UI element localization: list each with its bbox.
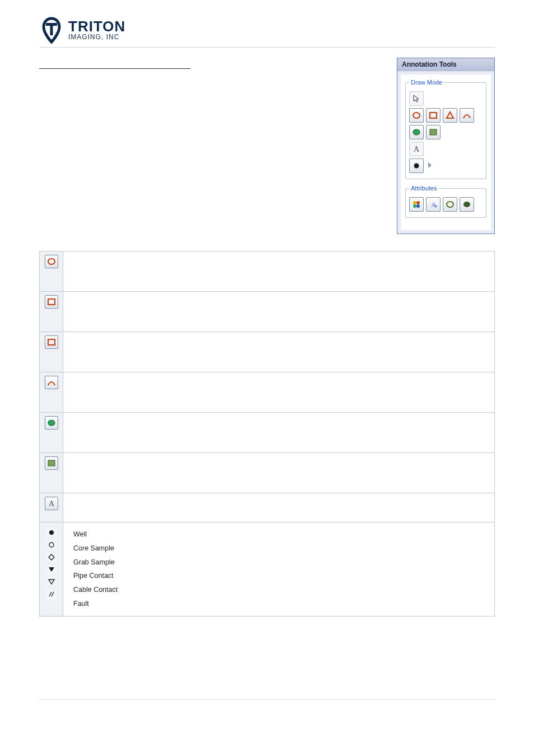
logo-name: TRITON (68, 19, 125, 34)
svg-point-22 (49, 530, 54, 535)
arc-tool-description (63, 372, 495, 413)
document-header: TRITON IMAGING, INC (39, 17, 495, 48)
triton-logo: TRITON IMAGING, INC (39, 17, 495, 44)
svg-point-7 (414, 164, 419, 169)
svg-point-10 (413, 204, 416, 208)
svg-text:A: A (414, 145, 420, 153)
rectangle-tool-button[interactable] (426, 108, 441, 123)
color-attr-button[interactable] (409, 197, 424, 212)
triangle-tool-button[interactable] (443, 108, 457, 123)
draw-mode-legend: Draw Mode (409, 79, 444, 86)
pointer-tool-button[interactable] (409, 91, 424, 106)
annotation-tools-panel: Annotation Tools Draw Mode (397, 58, 495, 234)
svg-point-23 (49, 543, 54, 547)
svg-rect-20 (48, 460, 55, 466)
core-sample-label: Core Sample (73, 543, 489, 554)
cable-contact-label: Cable Contact (73, 585, 489, 595)
logo-mark-icon (39, 17, 64, 44)
rectangle2-tool-icon-cell (40, 332, 63, 372)
tools-description-table: A Well Core Sample Grab Sample (39, 251, 495, 617)
svg-point-15 (463, 202, 470, 207)
fill-attr-button[interactable] (460, 197, 474, 212)
svg-point-2 (413, 113, 420, 118)
core-sample-symbol-icon (46, 540, 57, 549)
section-title-underline (39, 58, 190, 69)
arc-tool-icon-cell (40, 372, 63, 413)
logo-subtitle: IMAGING, INC (68, 34, 125, 41)
svg-text:A: A (48, 500, 54, 508)
ellipse-tool-button[interactable] (409, 108, 424, 123)
svg-rect-3 (430, 113, 437, 118)
filled-ellipse-tool-icon-cell (40, 413, 63, 453)
symbol-icons-cell (40, 522, 63, 617)
filled-rectangle-tool-icon-cell (40, 453, 63, 493)
svg-rect-5 (430, 129, 437, 135)
attributes-legend: Attributes (409, 185, 438, 192)
font-attr-button[interactable]: Aa (426, 197, 441, 212)
attributes-group: Attributes Aa (405, 185, 486, 218)
filled-ellipse-tool-button[interactable] (409, 125, 424, 139)
well-label: Well (73, 529, 489, 540)
cable-contact-symbol-icon (46, 577, 57, 586)
svg-point-9 (416, 201, 420, 204)
svg-point-19 (48, 420, 55, 426)
footer-divider (39, 699, 495, 700)
pipe-contact-label: Pipe Contact (73, 571, 489, 581)
text-tool-description (63, 493, 495, 522)
well-symbol-icon (46, 528, 57, 537)
symbol-expand-icon[interactable] (426, 162, 434, 170)
symbol-labels-cell: Well Core Sample Grab Sample Pipe Contac… (63, 522, 495, 617)
draw-mode-group: Draw Mode (405, 79, 486, 179)
rectangle-tool-icon-cell (40, 292, 63, 332)
fault-symbol-icon (46, 590, 57, 599)
svg-point-8 (413, 201, 416, 204)
grab-sample-label: Grab Sample (73, 557, 489, 568)
panel-title: Annotation Tools (397, 58, 494, 71)
filled-ellipse-tool-description (63, 413, 495, 453)
rectangle-tool-description (63, 292, 495, 332)
grab-sample-symbol-icon (46, 553, 57, 562)
text-tool-button[interactable]: A (409, 142, 424, 156)
svg-point-4 (413, 129, 420, 135)
svg-line-25 (51, 592, 54, 596)
pipe-contact-symbol-icon (46, 565, 57, 574)
filled-rectangle-tool-description (63, 453, 495, 493)
symbol-tool-button[interactable] (409, 158, 424, 173)
svg-point-14 (447, 202, 453, 207)
svg-rect-17 (48, 299, 55, 305)
svg-point-11 (416, 204, 420, 208)
svg-rect-18 (48, 339, 55, 345)
svg-rect-1 (50, 23, 53, 35)
ellipse-tool-icon-cell (40, 251, 63, 292)
rectangle2-tool-description (63, 332, 495, 372)
svg-text:a: a (435, 203, 437, 208)
svg-point-16 (48, 259, 55, 264)
arc-tool-button[interactable] (460, 108, 474, 123)
filled-rectangle-tool-button[interactable] (426, 125, 441, 139)
outline-attr-button[interactable] (443, 197, 457, 212)
text-tool-icon-cell: A (40, 493, 63, 522)
svg-line-24 (49, 592, 51, 596)
ellipse-tool-description (63, 251, 495, 292)
fault-label: Fault (73, 599, 489, 609)
